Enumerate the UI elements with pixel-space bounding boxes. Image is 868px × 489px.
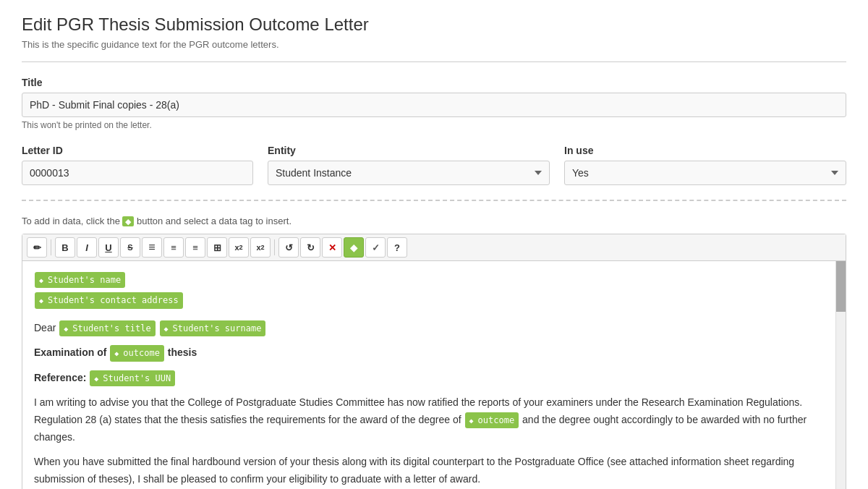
letter-id-input[interactable] (22, 161, 253, 185)
body-para-1: I am writing to advise you that the Coll… (34, 394, 824, 446)
rich-text-editor[interactable]: ✏ B I U S ≡ ≡ ≡ ⊞ x2 x2 ↺ ↻ ✕ ◆ ✓ ? Stud… (22, 234, 846, 489)
exam-bold2: thesis (168, 346, 197, 358)
undo-btn[interactable]: ↺ (278, 237, 299, 258)
editor-body-wrapper: Student's name Student's contact address… (22, 261, 846, 489)
superscript-btn[interactable]: x2 (250, 237, 271, 258)
title-input[interactable] (22, 93, 846, 117)
table-btn[interactable]: ⊞ (207, 237, 227, 258)
editor-guidance: To add in data, click the ◆ button and s… (22, 216, 846, 226)
ref-bold: Reference: (34, 372, 89, 383)
remove-btn[interactable]: ✕ (322, 237, 342, 258)
tag-students-contact-line: Student's contact address (34, 292, 824, 309)
list-ul-btn[interactable]: ≡ (163, 237, 184, 258)
in-use-label: In use (564, 145, 846, 156)
reference-line: Reference: Student's UUN (34, 370, 824, 387)
title-label: Title (22, 77, 846, 88)
dear-line: Dear Student's title Student's surname (34, 320, 824, 337)
strikethrough-btn[interactable]: S (120, 237, 140, 258)
in-use-select[interactable]: Yes (564, 161, 846, 185)
letter-id-label: Letter ID (22, 145, 253, 156)
outcome-tag-1: outcome (110, 345, 164, 361)
student-uun-tag: Student's UUN (90, 370, 175, 386)
body-para-2: When you have submitted the final hardbo… (34, 454, 824, 488)
italic-btn[interactable]: I (77, 237, 97, 258)
dear-text: Dear (34, 322, 59, 333)
editor-toolbar: ✏ B I U S ≡ ≡ ≡ ⊞ x2 x2 ↺ ↻ ✕ ◆ ✓ ? (22, 234, 846, 261)
title-hint: This won't be printed on the letter. (22, 120, 846, 130)
tag-students-name-line: Student's name (34, 271, 824, 289)
list-ol-btn[interactable]: ≡ (185, 237, 205, 258)
student-title-tag: Student's title (59, 320, 155, 336)
page-title: Edit PGR Thesis Submission Outcome Lette… (22, 14, 846, 35)
align-btn[interactable]: ≡ (142, 237, 162, 258)
edit-icon-btn[interactable]: ✏ (27, 237, 47, 258)
student-surname-tag: Student's surname (160, 320, 266, 336)
underline-btn[interactable]: U (98, 237, 119, 258)
students-contact-tag: Student's contact address (35, 292, 183, 308)
page-subtitle: This is the specific guidance text for t… (22, 39, 846, 50)
editor-content-area[interactable]: Student's name Student's contact address… (22, 261, 835, 489)
help-btn[interactable]: ? (387, 237, 407, 258)
editor-scrollbar[interactable] (835, 261, 846, 489)
scrollbar-thumb[interactable] (836, 261, 846, 312)
subscript-btn[interactable]: x2 (229, 237, 249, 258)
entity-label: Entity (268, 145, 550, 156)
check-btn[interactable]: ✓ (365, 237, 386, 258)
examination-line: Examination of outcome thesis (34, 344, 824, 362)
outcome-tag-2: outcome (465, 412, 519, 428)
redo-btn[interactable]: ↻ (300, 237, 320, 258)
students-name-tag: Student's name (35, 272, 125, 288)
tag-insert-btn[interactable]: ◆ (344, 237, 364, 258)
exam-bold1: Examination of (34, 346, 109, 358)
entity-select[interactable]: Student Instance (268, 161, 550, 185)
bold-btn[interactable]: B (55, 237, 75, 258)
